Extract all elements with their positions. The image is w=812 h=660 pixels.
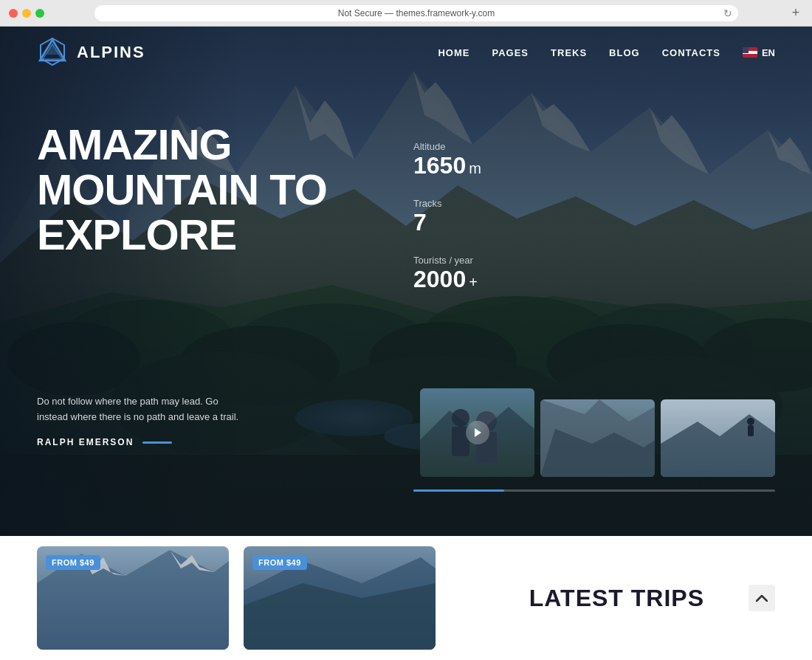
gallery-thumb-1[interactable] <box>420 388 534 477</box>
new-tab-button[interactable]: + <box>788 6 803 21</box>
gallery-thumb-2[interactable] <box>540 399 655 477</box>
address-bar[interactable]: Not Secure — themes.framework-y.com ↻ <box>94 5 738 21</box>
url-text: Not Secure — themes.framework-y.com <box>338 8 495 18</box>
thumb-3-bg <box>661 399 775 477</box>
quote-text: Do not follow where the path may lead. G… <box>37 394 244 425</box>
nav-link-home[interactable]: HOME <box>438 47 469 58</box>
minimize-button[interactable] <box>22 9 31 18</box>
hero-title: AMAZING MOUNTAIN TO EXPLORE <box>37 123 327 258</box>
nav-item-lang[interactable]: EN <box>743 47 775 58</box>
nav-links: HOME PAGES TREKS BLOG CONTACTS EN <box>438 46 775 59</box>
website: ALPINS HOME PAGES TREKS BLOG CONTACTS <box>0 27 812 660</box>
chevron-up-icon <box>756 594 768 602</box>
nav-item-home[interactable]: HOME <box>438 46 469 59</box>
svg-rect-42 <box>540 399 655 477</box>
flag-icon <box>743 47 757 58</box>
traffic-lights <box>9 9 44 18</box>
logo-text: ALPINS <box>77 43 145 62</box>
logo-link[interactable]: ALPINS <box>37 37 145 68</box>
nav-item-contacts[interactable]: CONTACTS <box>662 46 720 59</box>
nav-link-pages[interactable]: PAGES <box>492 47 529 58</box>
trip-card-1[interactable]: FROM $49 <box>37 546 229 650</box>
stat-tourists: Tourists / year 2000+ <box>413 255 481 291</box>
refresh-icon[interactable]: ↻ <box>723 7 732 19</box>
trip-card-2-badge: FROM $49 <box>252 555 307 570</box>
nav-link-treks[interactable]: TREKS <box>551 47 587 58</box>
slider-progress <box>413 489 504 492</box>
stat-tourists-value: 2000+ <box>413 267 481 291</box>
play-icon[interactable] <box>466 421 489 444</box>
browser-chrome: Not Secure — themes.framework-y.com ↻ + <box>0 0 812 27</box>
stat-tracks-label: Tracks <box>413 198 481 209</box>
nav-item-pages[interactable]: PAGES <box>492 46 529 59</box>
nav-link-blog[interactable]: BLOG <box>609 47 640 58</box>
hero-title-line3: EXPLORE <box>37 213 327 258</box>
trip-card-2[interactable]: FROM $49 <box>244 546 436 650</box>
hero-quote: Do not follow where the path may lead. G… <box>37 394 244 447</box>
close-button[interactable] <box>9 9 18 18</box>
stat-altitude-label: Altitude <box>413 141 481 152</box>
stat-tracks: Tracks 7 <box>413 198 481 234</box>
author-name: RALPH EMERSON <box>37 437 134 447</box>
gallery-thumb-3[interactable] <box>661 399 775 477</box>
collapse-button[interactable] <box>749 585 775 611</box>
logo-icon <box>37 37 68 68</box>
author-line-decoration <box>142 441 172 444</box>
stat-tourists-label: Tourists / year <box>413 255 481 266</box>
thumb-2-bg <box>540 399 655 477</box>
svg-rect-47 <box>661 399 775 477</box>
hero-stats: Altitude 1650m Tracks 7 Tourists / year … <box>413 141 481 291</box>
lang-text: EN <box>762 47 775 58</box>
navbar: ALPINS HOME PAGES TREKS BLOG CONTACTS <box>0 27 812 78</box>
nav-link-contacts[interactable]: CONTACTS <box>662 47 720 58</box>
hero-content: AMAZING MOUNTAIN TO EXPLORE <box>37 123 327 258</box>
stat-altitude-value: 1650m <box>413 154 481 177</box>
nav-item-treks[interactable]: TREKS <box>551 46 587 59</box>
stat-tracks-value: 7 <box>413 210 481 234</box>
slider-bar[interactable] <box>413 489 775 492</box>
hero-gallery <box>420 388 775 477</box>
latest-trips-section: FROM $49 FROM $49 LATEST TRIPS <box>0 536 812 660</box>
quote-author: RALPH EMERSON <box>37 437 244 447</box>
svg-marker-38 <box>475 428 481 437</box>
maximize-button[interactable] <box>35 9 44 18</box>
language-selector[interactable]: EN <box>743 47 775 58</box>
play-button[interactable] <box>420 388 534 477</box>
hero-title-line1: AMAZING <box>37 123 327 168</box>
hero-title-line2: MOUNTAIN TO <box>37 168 327 213</box>
nav-item-blog[interactable]: BLOG <box>609 46 640 59</box>
latest-title-block: LATEST TRIPS <box>529 585 719 612</box>
latest-trips-title: LATEST TRIPS <box>529 585 704 612</box>
trip-card-1-badge: FROM $49 <box>46 555 100 570</box>
hero-section: ALPINS HOME PAGES TREKS BLOG CONTACTS <box>0 27 812 536</box>
stat-altitude: Altitude 1650m <box>413 141 481 177</box>
